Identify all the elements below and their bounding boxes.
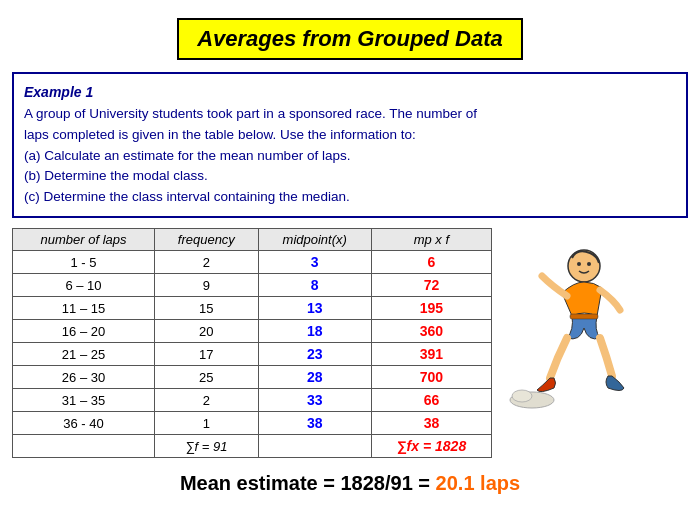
cell-mid: 38 — [258, 412, 371, 435]
mean-value: 20.1 laps — [436, 472, 521, 494]
cell-mpf: 360 — [371, 320, 491, 343]
cell-laps: 31 – 35 — [13, 389, 155, 412]
data-table: number of laps frequency midpoint(x) mp … — [12, 228, 492, 458]
cell-laps: 1 - 5 — [13, 251, 155, 274]
runner-svg — [502, 238, 632, 418]
cell-mpf: 6 — [371, 251, 491, 274]
table-row: 31 – 3523366 — [13, 389, 492, 412]
cell-mid: 18 — [258, 320, 371, 343]
example-text2: laps completed is given in the table bel… — [24, 125, 676, 146]
cell-laps: 11 – 15 — [13, 297, 155, 320]
table-row: 36 - 4013838 — [13, 412, 492, 435]
cell-freq: 17 — [155, 343, 259, 366]
col-header-freq: frequency — [155, 229, 259, 251]
cell-mid: 13 — [258, 297, 371, 320]
cell-mpf: 700 — [371, 366, 491, 389]
cell-freq: 9 — [155, 274, 259, 297]
table-section: number of laps frequency midpoint(x) mp … — [12, 228, 688, 458]
cell-freq: 2 — [155, 389, 259, 412]
cell-mpf: 195 — [371, 297, 491, 320]
sum-laps-cell — [13, 435, 155, 458]
col-header-mid: midpoint(x) — [258, 229, 371, 251]
col-header-laps: number of laps — [13, 229, 155, 251]
table-row: 16 – 202018360 — [13, 320, 492, 343]
cell-mid: 8 — [258, 274, 371, 297]
mean-prefix: Mean estimate = 1828/91 = — [180, 472, 436, 494]
cell-laps: 16 – 20 — [13, 320, 155, 343]
cell-freq: 25 — [155, 366, 259, 389]
cell-mpf: 391 — [371, 343, 491, 366]
cell-laps: 36 - 40 — [13, 412, 155, 435]
cell-mid: 23 — [258, 343, 371, 366]
table-row: 21 – 251723391 — [13, 343, 492, 366]
svg-point-4 — [512, 390, 532, 402]
cell-mid: 28 — [258, 366, 371, 389]
cell-mid: 3 — [258, 251, 371, 274]
example-box: Example 1 A group of University students… — [12, 72, 688, 218]
svg-point-2 — [587, 262, 591, 266]
col-header-mpf: mp x f — [371, 229, 491, 251]
mean-estimate-line: Mean estimate = 1828/91 = 20.1 laps — [0, 472, 700, 495]
table-row: 11 – 151513195 — [13, 297, 492, 320]
cell-freq: 2 — [155, 251, 259, 274]
example-text5: (c) Determine the class interval contain… — [24, 187, 676, 208]
table-row: 1 - 5236 — [13, 251, 492, 274]
page-title: Averages from Grouped Data — [177, 18, 523, 60]
cell-freq: 20 — [155, 320, 259, 343]
cell-laps: 26 – 30 — [13, 366, 155, 389]
svg-point-0 — [568, 250, 600, 282]
svg-rect-5 — [570, 314, 598, 319]
cell-freq: 1 — [155, 412, 259, 435]
cell-laps: 21 – 25 — [13, 343, 155, 366]
cell-freq: 15 — [155, 297, 259, 320]
svg-point-1 — [577, 262, 581, 266]
example-text1: A group of University students took part… — [24, 104, 676, 125]
example-text4: (b) Determine the modal class. — [24, 166, 676, 187]
title-container: Averages from Grouped Data — [0, 18, 700, 60]
cell-laps: 6 – 10 — [13, 274, 155, 297]
example-text3: (a) Calculate an estimate for the mean n… — [24, 146, 676, 167]
cell-mpf: 72 — [371, 274, 491, 297]
table-row: 6 – 109872 — [13, 274, 492, 297]
cell-mid: 33 — [258, 389, 371, 412]
sum-freq-cell: ∑f = 91 — [155, 435, 259, 458]
sum-mpf-cell: ∑fx = 1828 — [371, 435, 491, 458]
cell-mpf: 38 — [371, 412, 491, 435]
example-label: Example 1 — [24, 82, 676, 104]
runner-illustration — [497, 228, 637, 428]
sum-mid-cell — [258, 435, 371, 458]
cell-mpf: 66 — [371, 389, 491, 412]
table-row: 26 – 302528700 — [13, 366, 492, 389]
